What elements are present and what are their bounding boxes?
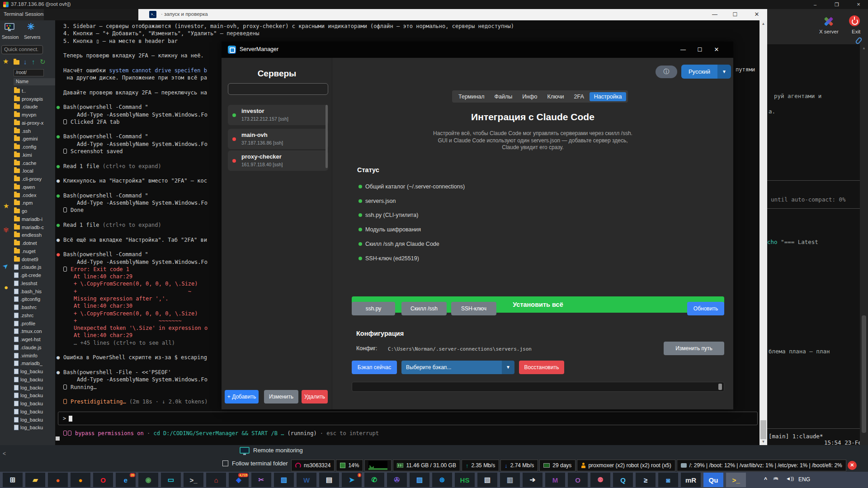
- file-row[interactable]: .tmux.con: [0, 328, 55, 336]
- remote-monitoring-icon[interactable]: [240, 447, 250, 454]
- scroll-down-icon[interactable]: ▼: [760, 440, 767, 444]
- file-row[interactable]: .profile: [0, 319, 55, 328]
- moba-close-button[interactable]: ×: [851, 0, 866, 9]
- exit-label[interactable]: Exit: [852, 29, 860, 34]
- x-server-label[interactable]: X server: [819, 29, 839, 34]
- server-card-investor[interactable]: investor173.212.212.157 [ssh]: [228, 105, 328, 125]
- tab-Настройка[interactable]: Настройка: [590, 92, 627, 101]
- bg-scroll-up-icon[interactable]: ▲: [860, 46, 868, 50]
- file-row[interactable]: mariadb-i: [0, 215, 55, 223]
- remote-monitoring-label[interactable]: Remote monitoring: [253, 447, 303, 454]
- servers-icon[interactable]: ✳: [27, 21, 35, 32]
- backup-now-button[interactable]: Бэкап сейчас: [352, 361, 397, 374]
- sshpy-button[interactable]: ssh.py: [352, 302, 395, 315]
- taskbar-icon-word[interactable]: W: [297, 473, 316, 487]
- file-row[interactable]: log_backu: [0, 424, 55, 432]
- file-column-header[interactable]: Name: [14, 78, 55, 85]
- file-row[interactable]: t..: [0, 87, 55, 95]
- taskbar-icon-snip[interactable]: ✂: [251, 473, 271, 487]
- session-icon[interactable]: [5, 23, 14, 30]
- taskbar-icon-photos[interactable]: ▨: [274, 473, 294, 487]
- taskbar-icon-mremoteng[interactable]: mR: [681, 473, 701, 487]
- taskbar-icon-chrome[interactable]: ◉: [138, 473, 158, 487]
- bookmarks-icon[interactable]: ★: [3, 202, 9, 210]
- file-row[interactable]: .zshrc: [0, 311, 55, 319]
- file-row[interactable]: log_backu: [0, 399, 55, 408]
- taskbar-icon-quick-utmo[interactable]: Qu: [703, 473, 723, 487]
- follow-folder-checkbox[interactable]: [222, 460, 228, 466]
- tab-Ключи[interactable]: Ключи: [542, 92, 568, 101]
- bg-scroll-thumb[interactable]: [862, 315, 866, 433]
- server-card-proxy-checker[interactable]: proxy-checker161.97.118.40 [ssh]: [228, 150, 328, 171]
- delete-server-button[interactable]: Удалить: [302, 390, 328, 404]
- file-row[interactable]: myvpn: [0, 111, 55, 119]
- file-row[interactable]: .gemini: [0, 135, 55, 143]
- terminal-scroll-thumb[interactable]: [760, 420, 766, 439]
- taskbar-icon-edge[interactable]: e20: [116, 473, 136, 487]
- taskbar-icon-firefox[interactable]: ●: [71, 473, 90, 487]
- console-scroll-thumb[interactable]: [718, 384, 722, 390]
- sidebar-scroll-left[interactable]: <: [3, 450, 6, 457]
- server-search-input[interactable]: [228, 83, 328, 95]
- file-row[interactable]: log_backu: [0, 375, 55, 384]
- file-row[interactable]: log_backu: [0, 367, 55, 375]
- file-row[interactable]: .qwen: [0, 183, 55, 191]
- taskbar-icon-msi[interactable]: M: [545, 473, 565, 487]
- taskbar-icon-screenshot[interactable]: ▧: [477, 473, 497, 487]
- file-row[interactable]: log_backu: [0, 408, 55, 416]
- chevron-down-icon[interactable]: ▼: [502, 361, 514, 374]
- file-row[interactable]: .local: [0, 167, 55, 175]
- menu-terminal[interactable]: Terminal: [4, 11, 23, 17]
- wifi-icon[interactable]: (((: [774, 477, 779, 479]
- monitor-close-button[interactable]: ✕: [848, 461, 857, 470]
- sm-console-strip[interactable]: [352, 382, 724, 392]
- taskbar-icon-opera[interactable]: O: [93, 473, 113, 487]
- file-row[interactable]: .viminfo: [0, 352, 55, 360]
- ssh-key-button[interactable]: SSH-ключ: [451, 302, 496, 315]
- file-row[interactable]: .wget-hst: [0, 335, 55, 343]
- paperclip-icon[interactable]: [855, 37, 863, 45]
- taskbar-icon-powershell[interactable]: ≥: [636, 473, 656, 487]
- claude-input-box[interactable]: >: [58, 412, 758, 425]
- tray-language[interactable]: ENG: [798, 476, 810, 483]
- taskbar-icon-telegram[interactable]: ➤3: [342, 473, 362, 487]
- taskbar-icon-viber[interactable]: ✇: [387, 473, 407, 487]
- moba-maximize-button[interactable]: ❐: [829, 0, 844, 9]
- taskbar-icon-teamviewer[interactable]: ◈4,715: [229, 473, 249, 487]
- file-row[interactable]: .claude.js: [0, 343, 55, 352]
- tab-Файлы[interactable]: Файлы: [490, 92, 517, 101]
- file-row[interactable]: .kimi: [0, 151, 55, 159]
- scroll-up-icon[interactable]: ▲: [760, 22, 767, 26]
- taskbar-icon-obs[interactable]: O: [568, 473, 588, 487]
- file-row[interactable]: .nuget: [0, 247, 55, 255]
- file-row[interactable]: .config: [0, 143, 55, 151]
- taskbar-icon-terminal[interactable]: >_: [184, 473, 203, 487]
- file-row[interactable]: log_backu: [0, 416, 55, 424]
- file-row[interactable]: .mariadb_: [0, 360, 55, 368]
- exit-icon[interactable]: [849, 15, 860, 26]
- sm-minimize-button[interactable]: —: [676, 44, 690, 55]
- server-card-main-ovh[interactable]: main-ovh37.187.136.86 [ssh]: [228, 129, 328, 149]
- file-row[interactable]: .dotnet: [0, 239, 55, 247]
- file-row[interactable]: dotnet9: [0, 255, 55, 263]
- download-icon[interactable]: ↓: [24, 58, 27, 66]
- refresh-button[interactable]: Обновить: [687, 302, 724, 315]
- taskbar-icon-launcher[interactable]: ➔: [523, 473, 542, 487]
- taskbar-icon-q-app[interactable]: Q: [613, 473, 633, 487]
- taskbar-icon-whatsapp[interactable]: ✆: [364, 473, 384, 487]
- taskbar-icon-start[interactable]: ⊞: [3, 473, 23, 487]
- terminal-maximize-button[interactable]: ☐: [726, 9, 744, 20]
- file-row[interactable]: .codex: [0, 191, 55, 199]
- volume-icon[interactable]: ◄)): [786, 476, 794, 481]
- session-label[interactable]: Session: [2, 34, 19, 40]
- file-row[interactable]: .bashrc: [0, 303, 55, 311]
- path-input[interactable]: /root/: [14, 69, 44, 76]
- upload-icon[interactable]: ↑: [32, 58, 35, 66]
- tools-icon[interactable]: ✾: [3, 226, 9, 234]
- taskbar-icon-people[interactable]: ⚉: [590, 473, 610, 487]
- background-scrollbar[interactable]: ▲ ▼: [860, 44, 868, 459]
- taskbar-icon-brave[interactable]: ●: [48, 473, 68, 487]
- taskbar-icon-file-explorer[interactable]: ▰: [25, 473, 45, 487]
- file-row[interactable]: .ssh: [0, 127, 55, 135]
- file-row[interactable]: .cache: [0, 159, 55, 167]
